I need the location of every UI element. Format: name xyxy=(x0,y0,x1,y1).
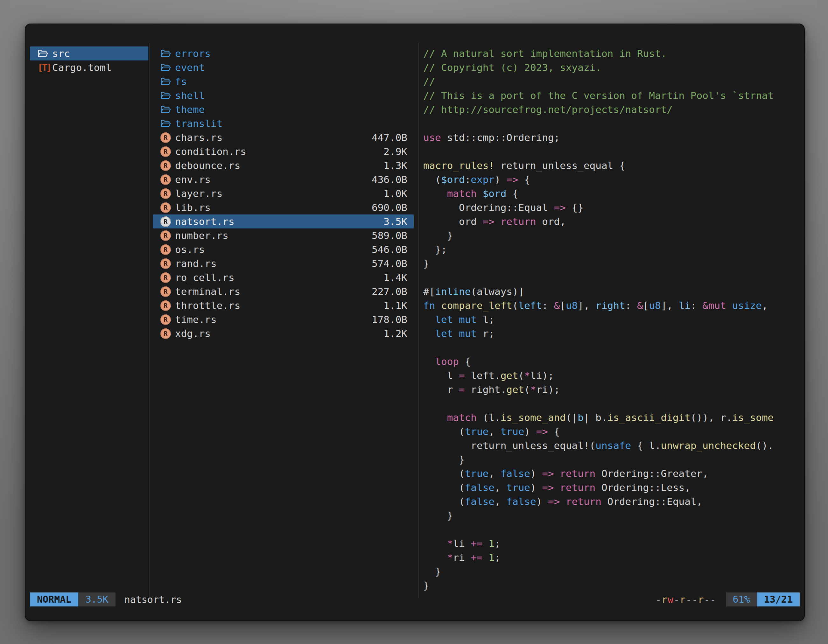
file-name: xdg.rs xyxy=(175,328,211,339)
file-name: lib.rs xyxy=(175,202,211,213)
file-size: 436.0B xyxy=(372,174,407,185)
file-size: 2.9K xyxy=(383,146,407,157)
file-size: 690.0B xyxy=(372,202,407,213)
file-row[interactable]: Cargo.toml xyxy=(30,60,148,74)
file-size: 447.0B xyxy=(372,132,407,143)
toml-file-icon xyxy=(38,63,50,72)
code-line: } xyxy=(423,564,801,578)
file-name: src xyxy=(52,48,70,59)
file-name: theme xyxy=(175,104,205,115)
code-line: let mut l; xyxy=(423,312,801,326)
code-line: l = left.get(*li); xyxy=(423,368,801,382)
dir-row[interactable]: translit xyxy=(153,116,414,130)
code-line: *ri += 1; xyxy=(423,550,801,564)
code-line: ($ord:expr) => { xyxy=(423,172,801,186)
dir-row[interactable]: shell xyxy=(153,88,414,102)
file-row[interactable]: env.rs436.0B xyxy=(153,172,414,186)
file-row[interactable]: lib.rs690.0B xyxy=(153,201,414,215)
rust-file-icon xyxy=(160,314,173,325)
rust-file-icon xyxy=(160,273,171,283)
pane-separator-right xyxy=(418,42,419,598)
folder-open-icon xyxy=(38,48,50,59)
code-line xyxy=(423,144,801,158)
rust-file-icon xyxy=(160,146,171,157)
rust-file-icon xyxy=(160,259,171,269)
code-line: ord => return ord, xyxy=(423,215,801,229)
code-line: Ordering::Equal => {} xyxy=(423,201,801,215)
file-row[interactable]: ro_cell.rs1.4K xyxy=(153,271,414,284)
folder-open-icon xyxy=(160,62,173,73)
file-name: rand.rs xyxy=(175,258,217,269)
code-line xyxy=(423,340,801,354)
rust-file-icon xyxy=(160,174,171,185)
toml-file-icon xyxy=(38,62,50,73)
rust-file-icon xyxy=(160,216,171,227)
file-name: ro_cell.rs xyxy=(175,272,235,283)
dir-row[interactable]: fs xyxy=(153,74,414,88)
code-line: let mut r; xyxy=(423,326,801,340)
file-name: throttle.rs xyxy=(175,300,240,311)
file-size: 1.3K xyxy=(383,160,407,171)
folder-open-icon xyxy=(160,118,173,129)
dir-row[interactable]: errors xyxy=(153,47,414,60)
file-size: 1.2K xyxy=(383,328,407,339)
rust-file-icon xyxy=(160,328,173,339)
current-pane[interactable]: errorseventfsshellthemetranslitchars.rs4… xyxy=(153,47,414,340)
code-line xyxy=(423,116,801,130)
file-row[interactable]: layer.rs1.0K xyxy=(153,186,414,201)
file-row[interactable]: chars.rs447.0B xyxy=(153,130,414,144)
code-line: (true, false) => return Ordering::Greate… xyxy=(423,467,801,481)
rust-file-icon xyxy=(160,188,171,199)
file-size: 589.0B xyxy=(372,230,407,241)
terminal-window: srcCargo.toml errorseventfsshellthemetra… xyxy=(25,24,804,620)
file-name: fs xyxy=(175,76,187,87)
file-size: 178.0B xyxy=(372,314,407,325)
code-line: // xyxy=(423,74,801,88)
parent-pane[interactable]: srcCargo.toml xyxy=(30,47,148,74)
status-bar: NORMAL 3.5K natsort.rs -rw-r--r-- 61% 13… xyxy=(30,592,800,606)
code-line: } xyxy=(423,453,801,467)
file-row[interactable]: rand.rs574.0B xyxy=(153,257,414,271)
file-name: time.rs xyxy=(175,314,217,325)
file-name: terminal.rs xyxy=(175,286,240,297)
folder-open-icon xyxy=(160,48,173,59)
file-size-badge: 3.5K xyxy=(78,592,115,606)
rust-file-icon xyxy=(160,230,171,241)
folder-open-icon xyxy=(160,104,173,115)
file-name: layer.rs xyxy=(175,188,223,199)
file-row[interactable]: time.rs178.0B xyxy=(153,312,414,326)
file-size: 1.1K xyxy=(383,300,407,311)
file-row[interactable]: debounce.rs1.3K xyxy=(153,158,414,172)
rust-file-icon xyxy=(160,202,173,213)
folder-open-icon xyxy=(160,90,173,101)
status-filename: natsort.rs xyxy=(124,594,182,605)
rust-file-icon xyxy=(160,132,171,143)
file-size: 3.5K xyxy=(383,216,407,227)
code-line xyxy=(423,522,801,536)
file-row[interactable]: os.rs546.0B xyxy=(153,243,414,257)
file-row[interactable]: xdg.rs1.2K xyxy=(153,326,414,340)
file-row[interactable]: condition.rs2.9K xyxy=(153,144,414,158)
file-row[interactable]: natsort.rs3.5K xyxy=(153,215,414,229)
status-left-group: NORMAL 3.5K natsort.rs xyxy=(30,592,182,606)
file-row[interactable]: throttle.rs1.1K xyxy=(153,298,414,312)
dir-row[interactable]: src xyxy=(30,47,148,60)
code-line: } xyxy=(423,229,801,243)
preview-pane[interactable]: // A natural sort implementation in Rust… xyxy=(423,47,801,592)
file-size: 574.0B xyxy=(372,258,407,269)
file-row[interactable]: terminal.rs227.0B xyxy=(153,284,414,298)
code-line: use std::cmp::Ordering; xyxy=(423,130,801,144)
code-line: } xyxy=(423,578,801,592)
code-line: // This is a port of the C version of Ma… xyxy=(423,88,801,102)
dir-row[interactable]: theme xyxy=(153,102,414,116)
code-line: fn compare_left(left: &[u8], right: &[u8… xyxy=(423,298,801,312)
code-line: #[inline(always)] xyxy=(423,284,801,298)
status-right-group: -rw-r--r-- 61% 13/21 xyxy=(656,592,800,606)
file-name: event xyxy=(175,62,205,73)
dir-row[interactable]: event xyxy=(153,60,414,74)
code-line: macro_rules! return_unless_equal { xyxy=(423,158,801,172)
rust-file-icon xyxy=(160,300,173,311)
code-line xyxy=(423,271,801,284)
file-row[interactable]: number.rs589.0B xyxy=(153,229,414,243)
code-line: match (l.is_some_and(|b| b.is_ascii_digi… xyxy=(423,411,801,425)
